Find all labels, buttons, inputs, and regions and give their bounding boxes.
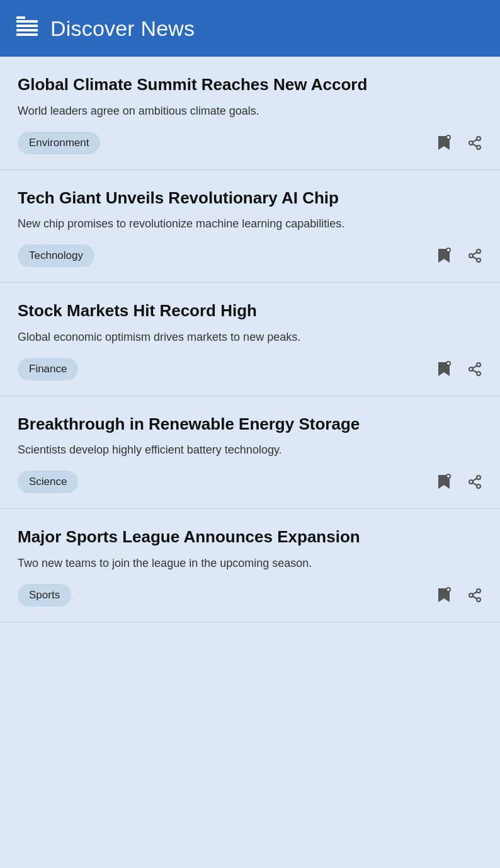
bookmark-button-4[interactable] bbox=[435, 585, 453, 606]
news-summary-3: Scientists develop highly efficient batt… bbox=[18, 442, 485, 458]
news-item: Stock Markets Hit Record High Global eco… bbox=[0, 283, 500, 396]
share-icon bbox=[467, 588, 482, 603]
category-badge-1[interactable]: Technology bbox=[18, 244, 94, 267]
bookmark-button-0[interactable] bbox=[435, 132, 453, 154]
news-footer-0: Environment bbox=[18, 132, 485, 154]
svg-line-35 bbox=[473, 483, 477, 486]
bookmark-icon bbox=[437, 474, 451, 490]
share-button-4[interactable] bbox=[465, 585, 485, 605]
news-item: Tech Giant Unveils Revolutionary AI Chip… bbox=[0, 170, 500, 283]
category-badge-2[interactable]: Finance bbox=[18, 358, 78, 380]
bookmark-button-2[interactable] bbox=[435, 358, 453, 380]
news-summary-2: Global economic optimism drives markets … bbox=[18, 329, 485, 345]
news-footer-1: Technology bbox=[18, 244, 485, 267]
share-button-3[interactable] bbox=[465, 472, 485, 492]
news-footer-4: Sports bbox=[18, 584, 485, 607]
news-actions-2 bbox=[435, 358, 485, 380]
svg-line-19 bbox=[473, 257, 477, 260]
svg-rect-0 bbox=[16, 16, 25, 19]
category-badge-3[interactable]: Science bbox=[18, 471, 78, 493]
news-summary-1: New chip promises to revolutionize machi… bbox=[18, 215, 485, 232]
share-icon bbox=[467, 248, 482, 263]
svg-line-12 bbox=[473, 139, 477, 142]
news-item: Global Climate Summit Reaches New Accord… bbox=[0, 57, 500, 170]
category-badge-0[interactable]: Environment bbox=[18, 132, 100, 154]
news-summary-4: Two new teams to join the league in the … bbox=[18, 555, 485, 571]
news-actions-1 bbox=[435, 245, 485, 266]
svg-line-27 bbox=[473, 370, 477, 372]
bookmark-icon bbox=[437, 361, 451, 377]
svg-line-20 bbox=[473, 253, 477, 255]
news-footer-2: Finance bbox=[18, 358, 485, 380]
svg-rect-4 bbox=[16, 33, 38, 36]
svg-line-36 bbox=[473, 479, 477, 481]
svg-rect-3 bbox=[16, 29, 38, 31]
svg-line-28 bbox=[473, 365, 477, 368]
svg-rect-1 bbox=[16, 20, 38, 23]
bookmark-icon bbox=[437, 135, 451, 151]
news-title-4: Major Sports League Announces Expansion bbox=[18, 527, 485, 547]
share-icon bbox=[467, 135, 482, 151]
news-item: Breakthrough in Renewable Energy Storage… bbox=[0, 396, 500, 510]
news-title-0: Global Climate Summit Reaches New Accord bbox=[18, 74, 485, 95]
news-title-1: Tech Giant Unveils Revolutionary AI Chip bbox=[18, 188, 485, 208]
app-title: Discover News bbox=[50, 16, 195, 41]
svg-rect-2 bbox=[16, 25, 38, 27]
app-header: Discover News bbox=[0, 0, 500, 57]
category-badge-4[interactable]: Sports bbox=[18, 584, 71, 607]
share-button-1[interactable] bbox=[465, 246, 485, 266]
bookmark-button-1[interactable] bbox=[435, 245, 453, 266]
bookmark-button-3[interactable] bbox=[435, 471, 453, 493]
share-button-2[interactable] bbox=[465, 359, 485, 379]
share-icon bbox=[467, 474, 482, 489]
news-footer-3: Science bbox=[18, 471, 485, 493]
share-button-0[interactable] bbox=[465, 133, 485, 153]
bookmark-icon bbox=[437, 248, 451, 264]
news-list: Global Climate Summit Reaches New Accord… bbox=[0, 57, 500, 622]
news-title-2: Stock Markets Hit Record High bbox=[18, 300, 485, 321]
news-actions-0 bbox=[435, 132, 485, 154]
news-grid-icon bbox=[15, 15, 39, 42]
svg-line-44 bbox=[473, 591, 477, 594]
news-actions-4 bbox=[435, 585, 485, 606]
news-title-3: Breakthrough in Renewable Energy Storage bbox=[18, 414, 485, 435]
news-summary-0: World leaders agree on ambitious climate… bbox=[18, 103, 485, 119]
news-actions-3 bbox=[435, 471, 485, 493]
news-item: Major Sports League Announces Expansion … bbox=[0, 509, 500, 622]
share-icon bbox=[467, 362, 482, 377]
bookmark-icon bbox=[437, 587, 451, 603]
svg-line-43 bbox=[473, 596, 477, 598]
svg-line-11 bbox=[473, 144, 477, 146]
